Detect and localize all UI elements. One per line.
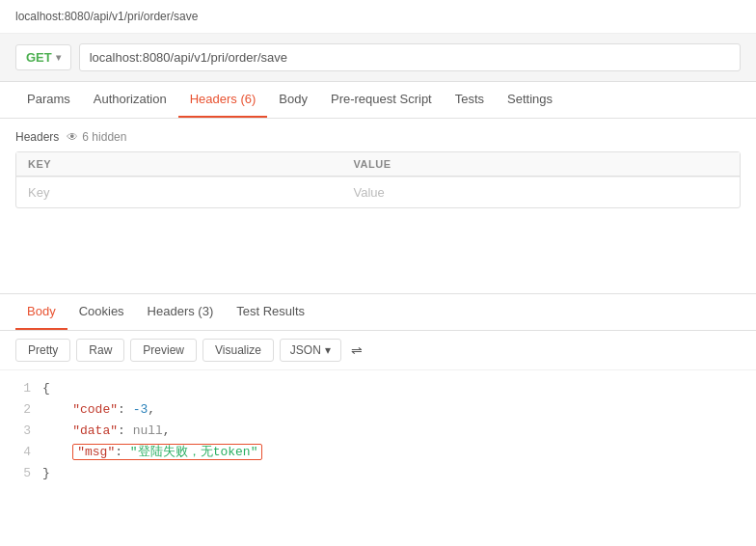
- code-line-3: 3 "data": null,: [15, 421, 741, 442]
- request-tabs: Params Authorization Headers (6) Body Pr…: [0, 82, 756, 119]
- line-content-2: "code": -3,: [42, 399, 741, 421]
- value-input-placeholder: Value: [342, 177, 741, 207]
- rtab-cookies[interactable]: Cookies: [68, 294, 136, 330]
- response-tabs: Body Cookies Headers (3) Test Results: [0, 294, 756, 331]
- format-dropdown[interactable]: JSON ▾: [280, 339, 341, 362]
- response-section: Body Cookies Headers (3) Test Results Pr…: [0, 293, 756, 492]
- method-select[interactable]: GET ▾: [15, 44, 71, 70]
- code-block: 1 { 2 "code": -3, 3 "data": null, 4 "msg…: [0, 370, 756, 492]
- col-value-header: VALUE: [342, 152, 741, 176]
- request-bar: GET ▾: [0, 34, 756, 82]
- eye-icon: 👁: [67, 130, 78, 144]
- line-number-1: 1: [15, 378, 31, 399]
- top-url-text: localhost:8080/api/v1/pri/order/save: [15, 10, 198, 23]
- line-number-4: 4: [15, 442, 31, 463]
- code-line-1: 1 {: [15, 378, 741, 399]
- raw-button[interactable]: Raw: [76, 339, 124, 362]
- line-number-3: 3: [15, 421, 31, 442]
- chevron-down-icon: ▾: [56, 52, 61, 63]
- tab-tests[interactable]: Tests: [444, 82, 496, 118]
- hidden-count: 6 hidden: [82, 130, 126, 144]
- headers-table-header: KEY VALUE: [16, 152, 740, 177]
- code-key-data: "data": [72, 423, 118, 438]
- pretty-button[interactable]: Pretty: [15, 339, 70, 362]
- headers-label: Headers: [15, 130, 59, 144]
- code-line-2: 2 "code": -3,: [15, 399, 741, 421]
- line-content-4: "msg": "登陆失败，无token": [42, 442, 741, 463]
- rtab-body[interactable]: Body: [15, 294, 68, 330]
- headers-sub-row: Headers 👁 6 hidden: [15, 126, 741, 151]
- code-val-data: null: [133, 423, 163, 438]
- tab-settings[interactable]: Settings: [496, 82, 564, 118]
- rtab-test-results[interactable]: Test Results: [225, 294, 316, 330]
- code-key-msg: "msg": [77, 445, 115, 459]
- code-key-code: "code": [72, 402, 118, 417]
- line-content-1: {: [42, 378, 741, 399]
- code-val-code: -3: [133, 402, 148, 417]
- headers-table: KEY VALUE Key Value: [15, 151, 741, 208]
- headers-section: Headers 👁 6 hidden KEY VALUE Key Value: [0, 119, 756, 216]
- top-url-bar: localhost:8080/api/v1/pri/order/save: [0, 0, 756, 34]
- line-content-3: "data": null,: [42, 421, 741, 442]
- hidden-badge: 👁 6 hidden: [67, 130, 126, 144]
- tab-params[interactable]: Params: [15, 82, 82, 118]
- url-input[interactable]: [79, 43, 741, 71]
- wrap-icon[interactable]: ⇌: [351, 342, 363, 358]
- format-dropdown-label: JSON: [290, 343, 321, 357]
- rtab-headers[interactable]: Headers (3): [136, 294, 226, 330]
- line-number-2: 2: [15, 399, 31, 421]
- tab-authorization[interactable]: Authorization: [82, 82, 178, 118]
- visualize-button[interactable]: Visualize: [202, 339, 274, 362]
- table-row[interactable]: Key Value: [16, 177, 740, 207]
- chevron-down-icon: ▾: [325, 343, 331, 357]
- preview-button[interactable]: Preview: [130, 339, 197, 362]
- code-val-msg: "登陆失败，无token": [130, 445, 258, 459]
- tab-prerequest[interactable]: Pre-request Script: [319, 82, 444, 118]
- highlighted-msg-line: "msg": "登陆失败，无token": [72, 444, 262, 460]
- key-input-placeholder: Key: [16, 177, 342, 207]
- col-key-header: KEY: [16, 152, 342, 176]
- code-line-4: 4 "msg": "登陆失败，无token": [15, 442, 741, 463]
- format-bar: Pretty Raw Preview Visualize JSON ▾ ⇌: [0, 331, 756, 370]
- line-content-5: }: [42, 463, 741, 484]
- code-line-5: 5 }: [15, 463, 741, 484]
- line-number-5: 5: [15, 463, 31, 484]
- tab-body[interactable]: Body: [267, 82, 319, 118]
- tab-headers[interactable]: Headers (6): [178, 82, 268, 118]
- method-label: GET: [26, 50, 52, 65]
